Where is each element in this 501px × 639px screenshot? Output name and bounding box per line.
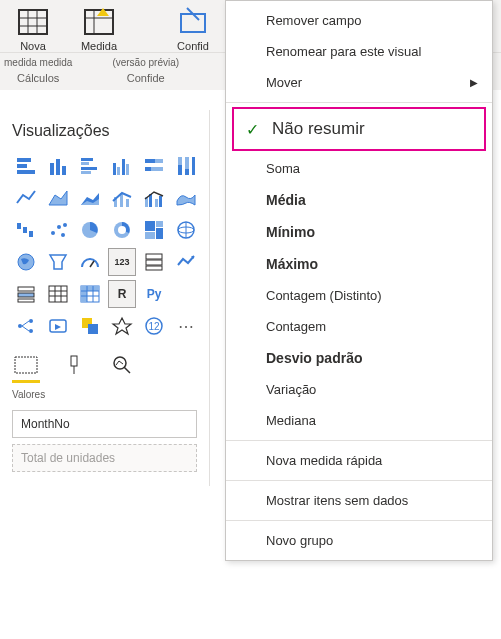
viz-card-icon[interactable]: 123: [108, 248, 136, 276]
ribbon-confid[interactable]: Confid: [164, 6, 222, 52]
svg-point-49: [61, 233, 65, 237]
svg-line-63: [90, 261, 94, 267]
svg-point-84: [29, 319, 33, 323]
svg-rect-42: [155, 199, 158, 207]
viz-import-icon[interactable]: ⋯: [172, 312, 200, 340]
viz-r-icon[interactable]: R: [108, 280, 136, 308]
menu-remover-campo[interactable]: Remover campo: [226, 5, 492, 36]
menu-separator: [226, 440, 492, 441]
group-calculos: Cálculos: [17, 68, 59, 90]
viz-clustered-bar-icon[interactable]: [76, 152, 104, 180]
viz-gauge-icon[interactable]: [76, 248, 104, 276]
viz-donut-icon[interactable]: [108, 216, 136, 244]
ribbon-nova-label: Nova: [20, 40, 46, 52]
viz-kpi-icon[interactable]: [172, 248, 200, 276]
menu-minimo[interactable]: Mínimo: [226, 216, 492, 248]
viz-funnel-icon[interactable]: [44, 248, 72, 276]
svg-rect-15: [56, 159, 60, 175]
svg-rect-64: [146, 254, 162, 259]
menu-contagem[interactable]: Contagem: [226, 311, 492, 342]
viz-filled-map-icon[interactable]: [12, 248, 40, 276]
menu-soma[interactable]: Soma: [226, 153, 492, 184]
tab-analytics[interactable]: [108, 354, 136, 383]
field-monthno[interactable]: MonthNo: [12, 410, 197, 438]
viz-map-icon[interactable]: [172, 216, 200, 244]
menu-nao-resumir[interactable]: ✓Não resumir: [232, 107, 486, 151]
panel-header: Visualizações: [6, 114, 203, 148]
svg-rect-33: [192, 157, 195, 175]
viz-line-column-icon[interactable]: [108, 184, 136, 212]
svg-rect-22: [117, 167, 120, 175]
viz-stacked-column-icon[interactable]: [44, 152, 72, 180]
viz-key-influencers-icon[interactable]: [12, 312, 40, 340]
menu-mediana[interactable]: Mediana: [226, 405, 492, 436]
viz-clustered-column-icon[interactable]: [108, 152, 136, 180]
viz-area-icon[interactable]: [44, 184, 72, 212]
svg-rect-13: [17, 170, 35, 174]
viz-waterfall-icon[interactable]: [12, 216, 40, 244]
ribbon-confid-label: Confid: [177, 40, 209, 52]
menu-novo-grupo[interactable]: Novo grupo: [226, 525, 492, 556]
viz-treemap-icon[interactable]: [140, 216, 168, 244]
menu-mostrar-sem-dados[interactable]: Mostrar itens sem dados: [226, 485, 492, 516]
svg-rect-17: [81, 158, 93, 161]
visualizations-panel: Visualizações 123 R Py: [0, 110, 210, 486]
viz-line-icon[interactable]: [12, 184, 40, 212]
ribbon-medida[interactable]: Medida: [70, 6, 128, 52]
menu-variacao[interactable]: Variação: [226, 374, 492, 405]
viz-qa-icon[interactable]: [76, 312, 104, 340]
viz-table-icon[interactable]: [44, 280, 72, 308]
svg-text:12: 12: [148, 321, 160, 332]
svg-rect-16: [62, 166, 66, 175]
svg-rect-55: [156, 221, 163, 227]
py-label: Py: [147, 287, 162, 301]
svg-line-86: [22, 321, 29, 326]
viz-custom-icon[interactable]: 12: [140, 312, 168, 340]
svg-rect-18: [81, 162, 89, 165]
medida-medida-label: medida medida: [4, 57, 72, 68]
menu-renomear[interactable]: Renomear para este visual: [226, 36, 492, 67]
menu-mover[interactable]: Mover▶: [226, 67, 492, 98]
ribbon-nova[interactable]: Nova: [4, 6, 62, 52]
viz-python-icon[interactable]: Py: [140, 280, 168, 308]
group-confide: Confide: [127, 68, 165, 90]
menu-media[interactable]: Média: [226, 184, 492, 216]
svg-rect-45: [23, 227, 27, 233]
tab-values-label: Valores: [6, 387, 203, 406]
viz-100stacked-bar-icon[interactable]: [140, 152, 168, 180]
viz-arcgis-icon[interactable]: [108, 312, 136, 340]
field-placeholder[interactable]: Total de unidades: [12, 444, 197, 472]
viz-ribbon-icon[interactable]: [172, 184, 200, 212]
svg-rect-39: [126, 199, 129, 207]
svg-rect-71: [49, 286, 67, 302]
menu-desvio[interactable]: Desvio padrão: [226, 342, 492, 374]
viz-multirow-card-icon[interactable]: [140, 248, 168, 276]
viz-matrix-icon[interactable]: [76, 280, 104, 308]
svg-rect-78: [81, 286, 87, 302]
menu-maximo[interactable]: Máximo: [226, 248, 492, 280]
svg-rect-9: [181, 14, 205, 32]
tab-format[interactable]: [60, 354, 88, 383]
menu-contagem-distinto[interactable]: Contagem (Distinto): [226, 280, 492, 311]
svg-point-83: [18, 324, 22, 328]
viz-decomposition-icon[interactable]: [44, 312, 72, 340]
svg-rect-65: [146, 260, 162, 265]
viz-pie-icon[interactable]: [76, 216, 104, 244]
svg-marker-92: [113, 318, 131, 334]
svg-point-53: [118, 226, 126, 234]
svg-rect-96: [71, 356, 77, 366]
svg-line-87: [22, 326, 29, 331]
viz-scatter-icon[interactable]: [44, 216, 72, 244]
viz-100stacked-column-icon[interactable]: [172, 152, 200, 180]
menu-separator: [226, 480, 492, 481]
viz-stacked-area-icon[interactable]: [76, 184, 104, 212]
viz-line-clustered-icon[interactable]: [140, 184, 168, 212]
viz-slicer-icon[interactable]: [12, 280, 40, 308]
viz-stacked-bar-icon[interactable]: [12, 152, 40, 180]
menu-nova-medida[interactable]: Nova medida rápida: [226, 445, 492, 476]
tab-fields[interactable]: [12, 354, 40, 383]
svg-rect-91: [88, 324, 98, 334]
svg-rect-23: [122, 159, 125, 175]
svg-rect-54: [145, 221, 155, 231]
chevron-right-icon: ▶: [470, 77, 478, 88]
